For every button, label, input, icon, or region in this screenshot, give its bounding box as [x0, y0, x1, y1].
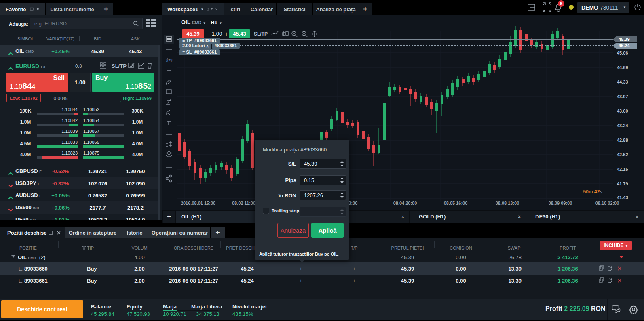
svg-text:f(x): f(x): [166, 57, 173, 63]
svg-text:6: 6: [560, 1, 562, 6]
